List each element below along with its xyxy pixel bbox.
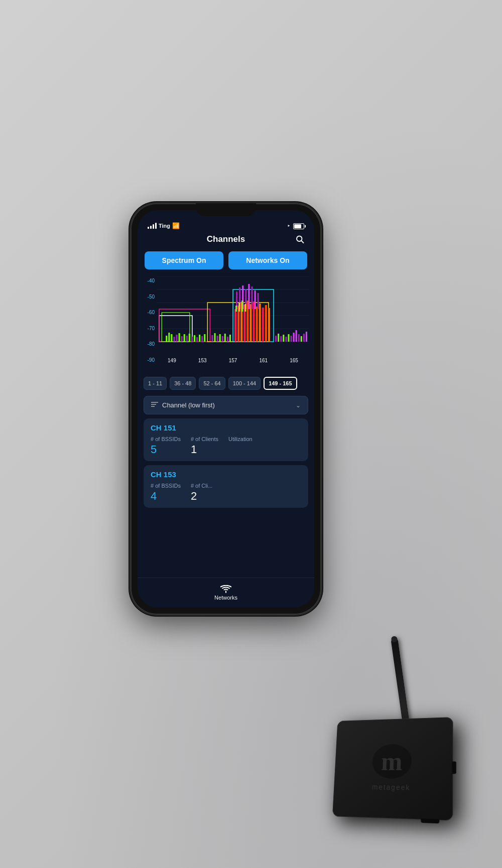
- svg-rect-14: [168, 333, 170, 342]
- device-bottom-port: [421, 818, 439, 823]
- device-body: m metageek: [332, 717, 453, 821]
- range-btn-1-11[interactable]: 1 - 11: [144, 377, 167, 390]
- metageek-device: m metageek: [291, 637, 452, 818]
- status-right: ‣: [287, 223, 304, 229]
- nav-networks[interactable]: Networks: [214, 585, 237, 601]
- svg-rect-29: [211, 335, 213, 342]
- range-btn-52-64[interactable]: 52 - 64: [199, 377, 225, 390]
- networks-toggle[interactable]: Networks On: [228, 251, 307, 269]
- bssids-label-151: # of BSSIDs: [151, 436, 181, 442]
- search-button[interactable]: [295, 235, 304, 246]
- stat-clients-153: # of Cli... 2: [191, 483, 212, 503]
- channel-stats-151: # of BSSIDs 5 # of Clients 1 Utilization: [151, 436, 301, 456]
- clients-value-153: 2: [191, 490, 212, 503]
- channel-title-151: CH 151: [151, 423, 301, 432]
- y-label-60: -60: [148, 310, 155, 315]
- channel-card-151: CH 151 # of BSSIDs 5 # of Clients 1 Util…: [144, 418, 308, 461]
- svg-rect-31: [217, 336, 218, 342]
- svg-rect-58: [238, 303, 240, 312]
- device-m-letter: m: [381, 747, 403, 776]
- x-label-153: 153: [198, 358, 207, 363]
- svg-rect-70: [298, 334, 300, 342]
- signal-bar-2: [150, 226, 152, 229]
- channel-title-153: CH 153: [151, 470, 301, 479]
- svg-rect-15: [171, 334, 172, 342]
- x-label-157: 157: [229, 358, 237, 363]
- svg-rect-42: [249, 304, 252, 342]
- svg-line-1: [301, 241, 303, 243]
- svg-rect-68: [293, 333, 295, 342]
- bssids-label-153: # of BSSIDs: [151, 483, 181, 489]
- y-label-90: -90: [148, 358, 155, 363]
- svg-rect-45: [259, 304, 261, 342]
- svg-rect-20: [184, 334, 185, 342]
- range-btn-149-165[interactable]: 149 - 165: [264, 377, 297, 390]
- phone-mockup: Ting 📶 ‣ Channels: [131, 203, 341, 635]
- antenna-tip: [391, 636, 398, 643]
- svg-rect-35: [227, 337, 228, 342]
- device-side-port: [452, 762, 456, 774]
- svg-rect-24: [194, 335, 195, 342]
- nav-wifi-icon: [220, 585, 231, 593]
- y-label-40: -40: [148, 278, 155, 283]
- svg-rect-67: [291, 336, 292, 342]
- chevron-down-icon: ⌄: [296, 402, 301, 409]
- device-logo: m metageek: [371, 744, 412, 792]
- svg-rect-16: [173, 337, 175, 342]
- channels-list: CH 151 # of BSSIDs 5 # of Clients 1 Util…: [138, 418, 314, 577]
- svg-rect-71: [301, 336, 302, 342]
- sort-row: Channel (low first) ⌄: [138, 394, 314, 418]
- clients-value-151: 1: [191, 443, 218, 456]
- device-name-text: metageek: [372, 783, 411, 792]
- signal-bar-3: [153, 224, 154, 229]
- page-title: Channels: [207, 234, 245, 244]
- svg-rect-64: [283, 335, 284, 342]
- phone-body: Ting 📶 ‣ Channels: [131, 203, 321, 615]
- wifi-status-icon: 📶: [172, 222, 180, 229]
- stat-clients-151: # of Clients 1: [191, 436, 218, 456]
- status-left: Ting 📶: [148, 222, 180, 229]
- svg-rect-65: [285, 337, 287, 342]
- screen: Ting 📶 ‣ Channels: [138, 210, 314, 608]
- battery-icon: [293, 223, 304, 229]
- bssids-value-153: 4: [151, 490, 181, 503]
- svg-rect-25: [196, 337, 198, 342]
- spectrum-svg: [157, 276, 309, 357]
- stat-bssids-151: # of BSSIDs 5: [151, 436, 181, 456]
- svg-rect-72: [303, 334, 305, 342]
- x-label-165: 165: [290, 358, 298, 363]
- svg-rect-55: [255, 291, 256, 309]
- location-icon: ‣: [287, 223, 290, 229]
- title-bar: Channels: [138, 232, 314, 248]
- sort-dropdown[interactable]: Channel (low first) ⌄: [144, 396, 308, 414]
- svg-rect-23: [191, 337, 193, 342]
- svg-rect-69: [296, 330, 297, 342]
- svg-rect-37: [234, 309, 236, 342]
- svg-rect-18: [179, 333, 180, 342]
- spectrum-toggle[interactable]: Spectrum On: [145, 251, 223, 269]
- channel-ranges: 1 - 11 36 - 48 52 - 64 100 - 144 149 - 1…: [138, 375, 314, 394]
- x-label-149: 149: [168, 358, 176, 363]
- svg-rect-19: [181, 336, 183, 342]
- bottom-nav: Networks: [138, 577, 314, 608]
- svg-rect-21: [186, 336, 188, 342]
- sort-icon: [151, 401, 158, 409]
- y-label-70: -70: [148, 326, 155, 331]
- range-btn-36-48[interactable]: 36 - 48: [170, 377, 196, 390]
- device-logo-circle: m: [372, 744, 412, 779]
- x-label-161: 161: [259, 358, 268, 363]
- toggle-row: Spectrum On Networks On: [138, 248, 314, 274]
- svg-rect-22: [189, 334, 190, 342]
- clients-label-153: # of Cli...: [191, 483, 212, 489]
- range-btn-100-144[interactable]: 100 - 144: [228, 377, 261, 390]
- svg-rect-73: [306, 332, 307, 342]
- svg-rect-28: [204, 334, 205, 342]
- svg-rect-53: [248, 284, 249, 309]
- svg-rect-36: [229, 335, 231, 342]
- nav-networks-label: Networks: [214, 595, 237, 601]
- svg-rect-32: [219, 334, 221, 342]
- svg-rect-27: [201, 336, 203, 342]
- signal-bar-4: [155, 223, 157, 229]
- y-axis: -40 -50 -60 -70 -80 -90: [138, 276, 157, 373]
- svg-rect-34: [224, 334, 226, 342]
